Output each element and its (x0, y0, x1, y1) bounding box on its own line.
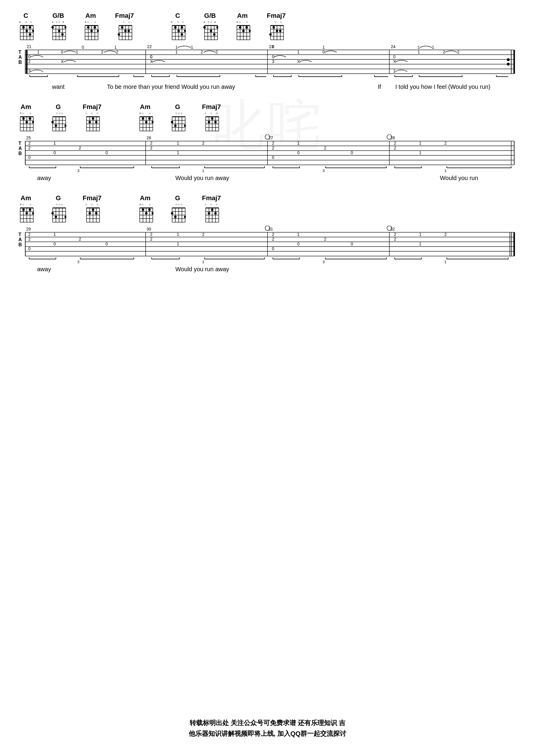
svg-point-392 (92, 208, 94, 211)
lyric-tobemorefriend: To be more than your friend Would you ru… (107, 84, 235, 90)
chord-grid-am-s3-1 (18, 207, 34, 223)
lyric-want: want (52, 84, 65, 90)
svg-point-421 (184, 216, 186, 218)
svg-point-434 (214, 212, 217, 214)
svg-text:1: 1 (393, 68, 396, 73)
svg-text:27: 27 (268, 135, 273, 140)
svg-text:0: 0 (28, 54, 31, 59)
svg-point-228 (65, 124, 66, 127)
svg-point-112 (279, 30, 281, 32)
lyric-wouldyourunaway-2: Would you run away (175, 175, 229, 181)
svg-text:2: 2 (394, 141, 396, 146)
svg-text:1: 1 (114, 45, 117, 50)
svg-point-40 (94, 26, 96, 29)
chord-fmaj7-s2-1: Fmaj7 ○ ○ ○ (83, 103, 102, 132)
svg-text:2: 2 (444, 141, 447, 146)
svg-point-227 (55, 124, 57, 127)
svg-text:0: 0 (150, 54, 153, 59)
svg-text:1: 1 (177, 241, 179, 246)
svg-point-42 (97, 30, 99, 32)
page: 叱咤 C × ○ ○ (0, 0, 535, 756)
svg-text:2: 2 (79, 146, 81, 150)
svg-point-25 (51, 26, 54, 29)
svg-point-379 (51, 212, 54, 214)
svg-point-85 (213, 33, 215, 36)
chord-grid-g-s3-2 (170, 207, 186, 223)
svg-text:2: 2 (443, 50, 445, 54)
svg-text:1: 1 (202, 169, 204, 173)
svg-point-241 (95, 121, 98, 123)
svg-point-14 (29, 33, 31, 36)
svg-point-53 (121, 26, 123, 29)
svg-text:1: 1 (419, 150, 421, 155)
svg-point-68 (181, 26, 183, 29)
svg-text:0: 0 (105, 150, 108, 155)
svg-text:0: 0 (297, 241, 299, 246)
chord-grid (117, 24, 132, 41)
chord-g-s2-1: G ○○○ (50, 103, 66, 132)
svg-text:2: 2 (394, 232, 396, 237)
svg-text:T: T (18, 141, 21, 146)
section-2: Am ×○ ○ (18, 103, 517, 185)
svg-point-252 (142, 117, 144, 120)
svg-point-111 (276, 30, 278, 32)
svg-point-10 (22, 26, 25, 29)
svg-point-41 (90, 30, 93, 32)
svg-text:2: 2 (202, 141, 205, 146)
svg-text:T: T (18, 232, 21, 237)
svg-point-408 (152, 212, 154, 214)
svg-point-11 (29, 26, 31, 29)
svg-text:29: 29 (26, 227, 31, 231)
svg-point-215 (32, 121, 34, 123)
chord-grid (18, 24, 34, 41)
chord-grid-fmaj7-s2-1 (84, 116, 100, 132)
chord-grid (83, 24, 99, 41)
svg-text:0: 0 (53, 241, 56, 246)
svg-text:1: 1 (191, 45, 193, 50)
svg-text:1: 1 (76, 50, 78, 54)
svg-point-27 (58, 30, 60, 32)
svg-text:3: 3 (77, 259, 79, 264)
svg-text:2: 2 (28, 237, 31, 241)
chord-grid (202, 24, 218, 41)
chord-c-1: C × ○ ○ (18, 12, 34, 41)
svg-point-71 (181, 33, 183, 36)
svg-point-268 (184, 124, 186, 127)
svg-text:0: 0 (393, 54, 396, 59)
lyric-wouldyourun-2: Would you run (440, 175, 478, 181)
section-3: Am ×○ ○ (18, 194, 517, 277)
svg-text:2: 2 (444, 232, 447, 237)
svg-text:2: 2 (28, 59, 31, 64)
lyric-if: If (378, 84, 381, 90)
svg-text:2: 2 (150, 232, 153, 237)
chord-gb-1: G/B × ○○ × (50, 12, 66, 41)
svg-text:1: 1 (419, 232, 421, 237)
chord-g-s3-2: G ○○○ (170, 194, 186, 223)
svg-text:1: 1 (444, 259, 446, 264)
svg-text:1: 1 (175, 45, 178, 50)
svg-text:24: 24 (391, 44, 396, 49)
svg-text:22: 22 (147, 44, 152, 49)
svg-text:3: 3 (28, 68, 31, 73)
svg-point-67 (174, 26, 177, 29)
svg-point-212 (22, 117, 25, 120)
svg-text:28: 28 (390, 135, 395, 140)
footer-line-1: 转载标明出处 关注公众号可免费求谱 还有乐理知识 吉 (0, 718, 535, 727)
svg-text:0: 0 (351, 241, 353, 246)
svg-text:1: 1 (444, 169, 446, 173)
chord-grid-fmaj7-s3-2 (203, 207, 219, 223)
svg-point-96 (239, 26, 241, 29)
svg-text:3: 3 (323, 169, 324, 173)
svg-point-56 (118, 33, 120, 36)
svg-text:0: 0 (272, 44, 274, 49)
svg-point-83 (216, 26, 218, 29)
svg-text:1: 1 (297, 141, 299, 146)
svg-point-55 (127, 30, 130, 32)
svg-point-394 (95, 212, 98, 214)
svg-text:1: 1 (419, 141, 421, 146)
svg-text:1: 1 (175, 50, 178, 54)
svg-point-214 (26, 121, 28, 123)
svg-point-365 (22, 208, 25, 211)
svg-text:1: 1 (53, 141, 56, 146)
svg-text:1: 1 (418, 50, 420, 54)
